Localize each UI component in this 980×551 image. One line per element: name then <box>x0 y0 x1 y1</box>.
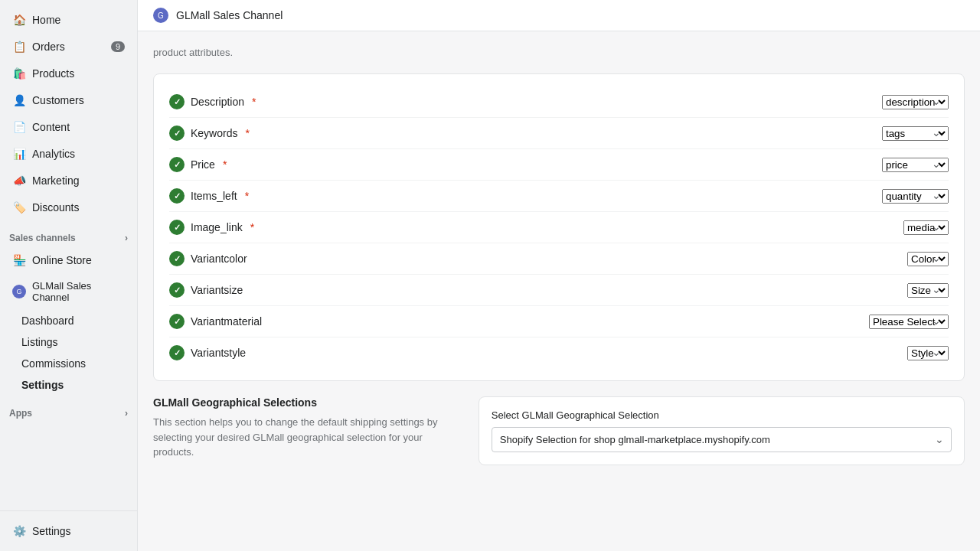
items-left-select[interactable]: quantitypricedescription <box>882 189 949 204</box>
field-name-variantcolor: Variantcolor <box>191 253 247 265</box>
intro-text: product attributes. <box>153 47 965 58</box>
home-icon: 🏠 <box>12 13 26 27</box>
price-select-wrapper: pricedescriptiontags <box>882 158 949 172</box>
field-label-variantsize: Variantsize <box>169 282 907 298</box>
sidebar-item-online-store[interactable]: 🏪 Online Store <box>3 247 134 273</box>
geo-section-title: GLMall Geographical Selections <box>153 396 460 409</box>
sidebar-item-label: Analytics <box>32 148 75 160</box>
field-name-variantstyle: Variantstyle <box>191 347 246 359</box>
check-icon-variantstyle <box>169 345 185 360</box>
sidebar-item-label: Discounts <box>32 201 79 214</box>
field-row-variantstyle: Variantstyle StyleColorSize <box>169 337 949 368</box>
field-name-items-left: Items_left <box>191 190 237 202</box>
chevron-right-icon: › <box>125 408 128 419</box>
variantmaterial-select-wrapper: Please SelectColorSizeStyle <box>869 315 949 329</box>
geo-section: GLMall Geographical Selections This sect… <box>153 396 965 465</box>
variantcolor-select-wrapper: ColorSizeStyle <box>907 252 949 266</box>
topbar-logo: G <box>153 8 168 23</box>
sidebar-item-label: GLMall Sales Channel <box>32 280 125 303</box>
field-label-variantcolor: Variantcolor <box>169 251 907 266</box>
field-label-description: Description * <box>169 94 882 109</box>
field-name-keywords: Keywords <box>191 127 237 139</box>
sidebar-item-marketing[interactable]: 📣 Marketing <box>3 168 134 194</box>
required-star-image-link: * <box>250 221 254 233</box>
chevron-right-icon: › <box>125 233 128 243</box>
sidebar-item-label: Orders <box>32 41 65 53</box>
required-star-description: * <box>252 96 256 108</box>
variantcolor-select[interactable]: ColorSizeStyle <box>907 252 949 266</box>
sidebar-item-products[interactable]: 🛍️ Products <box>3 60 134 86</box>
geo-select[interactable]: Shopify Selection for shop glmall-market… <box>492 427 952 452</box>
store-icon: 🏪 <box>12 253 26 267</box>
field-label-image-link: Image_link * <box>169 220 903 235</box>
field-label-variantstyle: Variantstyle <box>169 345 907 360</box>
variantmaterial-select[interactable]: Please SelectColorSizeStyle <box>869 315 949 329</box>
field-name-price: Price <box>191 158 215 171</box>
sidebar-item-analytics[interactable]: 📊 Analytics <box>3 141 134 167</box>
fields-card: Description * descriptiontagspricequanti… <box>153 73 965 381</box>
geo-select-label: Select GLMall Geographical Selection <box>492 409 952 421</box>
items-left-select-wrapper: quantitypricedescription <box>882 189 949 204</box>
sidebar-item-label: Products <box>32 67 74 80</box>
geo-description: This section helps you to change the def… <box>153 415 460 460</box>
field-row-description: Description * descriptiontagspricequanti… <box>169 86 949 118</box>
check-icon-price <box>169 157 185 172</box>
sidebar-bottom: ⚙️ Settings <box>0 510 137 551</box>
sales-channels-header: Sales channels › <box>0 227 137 246</box>
sidebar-item-content[interactable]: 📄 Content <box>3 114 134 140</box>
topbar: G GLMall Sales Channel <box>138 0 980 31</box>
sidebar-subitem-commissions[interactable]: Commissions <box>0 353 137 374</box>
field-label-items-left: Items_left * <box>169 188 882 204</box>
field-row-variantsize: Variantsize SizeColorStyle <box>169 275 949 306</box>
sidebar-item-label: Customers <box>32 94 84 106</box>
settings-icon: ⚙️ <box>12 524 26 538</box>
check-icon-variantcolor <box>169 251 185 266</box>
geo-text-area: GLMall Geographical Selections This sect… <box>153 396 460 460</box>
sidebar-subitem-listings[interactable]: Listings <box>0 331 137 353</box>
field-name-image-link: Image_link <box>191 221 243 233</box>
sidebar-item-settings[interactable]: ⚙️ Settings <box>3 518 134 544</box>
discounts-icon: 🏷️ <box>12 201 26 214</box>
description-select[interactable]: descriptiontagspricequantitymedia <box>882 95 949 109</box>
field-label-price: Price * <box>169 157 882 172</box>
variantsize-select[interactable]: SizeColorStyle <box>907 283 949 298</box>
description-select-wrapper: descriptiontagspricequantitymedia <box>882 95 949 109</box>
variantstyle-select-wrapper: StyleColorSize <box>907 346 949 360</box>
field-row-items-left: Items_left * quantitypricedescription <box>169 181 949 212</box>
geo-select-wrapper: Shopify Selection for shop glmall-market… <box>492 427 952 452</box>
customers-icon: 👤 <box>12 93 26 107</box>
sidebar-item-home[interactable]: 🏠 Home <box>3 7 134 33</box>
keywords-select[interactable]: tagsdescriptionprice <box>882 126 949 141</box>
orders-badge: 9 <box>111 41 125 52</box>
required-star-items-left: * <box>245 190 249 202</box>
variantstyle-select[interactable]: StyleColorSize <box>907 346 949 360</box>
sidebar-subitem-dashboard[interactable]: Dashboard <box>0 310 137 331</box>
topbar-title: GLMall Sales Channel <box>176 9 283 21</box>
sidebar: 🏠 Home 📋 Orders 9 🛍️ Products 👤 Customer… <box>0 0 138 551</box>
sidebar-subitem-settings[interactable]: Settings <box>0 374 137 396</box>
image-link-select-wrapper: mediapricetags <box>903 220 949 235</box>
field-name-variantsize: Variantsize <box>191 284 243 296</box>
sidebar-item-orders[interactable]: 📋 Orders 9 <box>3 34 134 60</box>
field-name-description: Description <box>191 96 244 108</box>
sidebar-item-discounts[interactable]: 🏷️ Discounts <box>3 194 134 220</box>
image-link-select[interactable]: mediapricetags <box>903 220 949 235</box>
price-select[interactable]: pricedescriptiontags <box>882 158 949 172</box>
check-icon-items-left <box>169 188 185 204</box>
products-icon: 🛍️ <box>12 67 26 80</box>
main-content: G GLMall Sales Channel product attribute… <box>138 0 980 551</box>
sidebar-item-label: Online Store <box>32 254 92 266</box>
field-row-image-link: Image_link * mediapricetags <box>169 212 949 243</box>
field-label-keywords: Keywords * <box>169 126 882 141</box>
check-icon-variantmaterial <box>169 314 185 329</box>
sidebar-item-customers[interactable]: 👤 Customers <box>3 87 134 113</box>
sidebar-settings-label: Settings <box>32 525 71 537</box>
orders-icon: 📋 <box>12 40 26 54</box>
sidebar-item-glmall[interactable]: G GLMall Sales Channel <box>3 274 134 309</box>
sidebar-item-label: Home <box>32 14 60 26</box>
field-row-price: Price * pricedescriptiontags <box>169 149 949 181</box>
required-star-keywords: * <box>245 127 249 139</box>
sidebar-item-label: Marketing <box>32 174 79 187</box>
required-star-price: * <box>223 158 227 171</box>
field-name-variantmaterial: Variantmaterial <box>191 315 262 328</box>
